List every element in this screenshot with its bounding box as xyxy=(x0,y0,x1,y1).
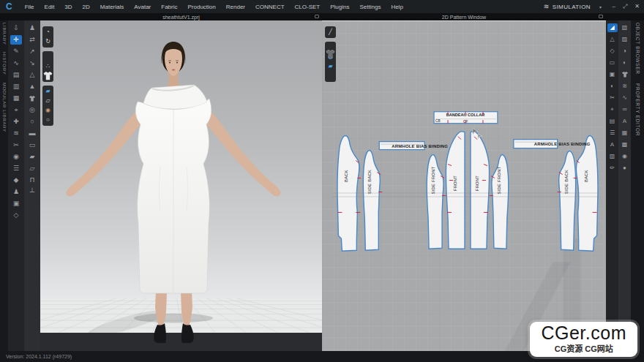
render-icon[interactable]: ● xyxy=(620,164,630,173)
stack-icon[interactable]: ▬ xyxy=(26,129,38,138)
garment-display-icon[interactable] xyxy=(43,53,53,61)
close-button[interactable]: ✕ xyxy=(634,3,640,10)
avatar-tool-icon[interactable]: ♟ xyxy=(10,187,22,197)
menu-render[interactable]: Render xyxy=(221,2,250,12)
menu-production[interactable]: Production xyxy=(183,2,221,12)
viewport3d-titlebar[interactable]: sheathtutV1.zprj xyxy=(0,13,322,20)
menu-materials[interactable]: Materials xyxy=(95,2,129,12)
pattern-piece-side-front[interactable]: SIDE FRONT xyxy=(427,154,443,249)
tab-library[interactable]: LIBRARY xyxy=(2,23,7,45)
menu-fabric[interactable]: Fabric xyxy=(156,2,182,12)
shirring-icon[interactable]: ≋ xyxy=(620,82,630,91)
text-tool-icon[interactable]: A xyxy=(607,140,618,149)
print-layout-icon[interactable]: ▦ xyxy=(620,129,630,137)
transform-pattern-icon[interactable]: ◢ xyxy=(607,23,618,32)
pose-walk-icon[interactable]: ⇄ xyxy=(26,35,38,45)
menu-file[interactable]: File xyxy=(20,2,40,12)
tab-modular-library[interactable]: MODULAR LIBRARY xyxy=(2,83,7,132)
pose-sit-icon[interactable]: ↘ xyxy=(26,59,38,68)
circle-tool-icon[interactable]: ◐ xyxy=(607,82,618,91)
pattern-piece-side-front[interactable]: SIDE FRONT xyxy=(492,154,509,249)
seam-tool-icon[interactable]: ▥ xyxy=(10,82,22,91)
menu-clo-set[interactable]: CLO-SET xyxy=(290,2,326,12)
texture-edit-icon[interactable]: ▩ xyxy=(620,140,630,149)
load-project-icon[interactable]: ⇩ xyxy=(10,23,22,33)
mirror-paste-icon[interactable]: ◐ xyxy=(620,59,630,67)
fabric-bolt-icon[interactable]: ▱ xyxy=(26,164,38,173)
pattern-piece-armhole-bias-binding[interactable]: ARMHOLE BIAS BINDING xyxy=(379,142,448,150)
tshirt-icon[interactable] xyxy=(26,94,38,103)
ring-tool-icon[interactable]: ○ xyxy=(26,117,38,127)
edit-pattern-icon[interactable]: △ xyxy=(607,35,618,44)
trace-icon[interactable]: ▧ xyxy=(620,23,630,32)
pattern-window-2d[interactable]: BACKSIDE BACKSIDE FRONTFRONTFRONTSIDE FR… xyxy=(322,20,606,351)
pleat-tool-icon[interactable]: ▦ xyxy=(10,94,22,103)
steam-tool-icon[interactable]: ≋ xyxy=(10,129,22,138)
layer-icon[interactable]: ▭ xyxy=(26,140,38,150)
flatten-tool-icon[interactable]: ◇ xyxy=(10,211,22,220)
fold-arrange-icon[interactable]: ▣ xyxy=(10,199,22,208)
chevron-down-icon[interactable]: ▾ xyxy=(599,4,602,10)
pattern-piece-bandeau-collar[interactable]: BANDEAU COLLARCBCF xyxy=(434,112,498,124)
pattern2d-titlebar[interactable]: 2D Pattern Window xyxy=(322,13,606,20)
colorway-icon[interactable]: ◉ xyxy=(620,152,630,161)
trim-tool-icon[interactable]: ◆ xyxy=(10,176,22,185)
garment-fit-icon[interactable]: ▲ xyxy=(26,82,38,91)
pattern-piece-front[interactable]: FRONT xyxy=(471,132,490,249)
add-point-icon[interactable]: ▭ xyxy=(607,59,618,67)
pattern-piece-front[interactable]: FRONT xyxy=(446,132,465,249)
clone-pattern-icon[interactable]: ▨ xyxy=(620,35,630,44)
grainline-icon[interactable]: ✏ xyxy=(607,164,618,173)
edit-curvature-icon[interactable]: ◇ xyxy=(607,47,618,56)
sewing-tool-icon[interactable]: ▤ xyxy=(10,70,22,80)
restore-button[interactable]: ⤢ xyxy=(623,3,627,10)
show-base-icon[interactable] xyxy=(326,72,335,80)
tab-property-editor[interactable]: PROPERTY EDITOR xyxy=(635,83,640,136)
zipper-tool-icon[interactable]: ☰ xyxy=(10,164,22,173)
fabric-roll-icon[interactable]: ▰ xyxy=(26,152,38,162)
walk-seam-icon[interactable]: ∿ xyxy=(620,94,630,102)
notch-tool-icon[interactable]: ⌖ xyxy=(607,105,618,114)
menu-settings[interactable]: Settings xyxy=(354,2,386,12)
menu-3d[interactable]: 3D xyxy=(59,2,77,12)
pattern-piece-back[interactable]: BACK xyxy=(576,136,598,252)
tab-object-browser[interactable]: OBJECT BROWSER xyxy=(635,23,640,75)
mannequin-icon[interactable]: ┴ xyxy=(26,187,38,197)
hanger-icon[interactable]: Π xyxy=(26,176,38,185)
pattern-piece-side-back[interactable]: SIDE BACK xyxy=(363,151,380,251)
dart-tool-icon[interactable]: ✂ xyxy=(607,94,618,102)
annotation-icon[interactable]: ▥ xyxy=(607,152,618,161)
pose-run-icon[interactable]: ♟ xyxy=(26,23,38,33)
pattern-piece-back[interactable]: BACK xyxy=(337,136,359,252)
internal-line-icon[interactable]: ☰ xyxy=(607,129,618,137)
pattern-piece-armhole-bias-binding[interactable]: ARMHOLE BIAS BINDING xyxy=(514,140,591,148)
simulation-button[interactable]: ≋ SIMULATION ▾ xyxy=(544,3,602,10)
avatar-size-icon[interactable]: △ xyxy=(26,70,38,80)
gizmo-icon[interactable]: ◎ xyxy=(26,105,38,115)
menu-avatar[interactable]: Avatar xyxy=(129,2,156,12)
pin-tool-icon[interactable]: ✚ xyxy=(10,117,22,127)
minimize-button[interactable]: – xyxy=(612,3,615,10)
viewport-3d[interactable]: ◔↻∴♟▰▱◉○ xyxy=(40,20,322,351)
tab-history[interactable]: HISTORY xyxy=(2,52,7,75)
select-move-icon[interactable]: ✛ xyxy=(10,35,22,45)
edit-curve-icon[interactable]: ∿ xyxy=(10,59,22,68)
menu-connect[interactable]: CONNECT xyxy=(250,2,290,12)
measure-tool-icon[interactable]: ⌖ xyxy=(10,105,22,115)
menu-2d[interactable]: 2D xyxy=(78,2,95,12)
menu-help[interactable]: Help xyxy=(386,2,408,12)
rectangle-tool-icon[interactable]: ▣ xyxy=(607,70,618,79)
detach-window-icon[interactable] xyxy=(315,15,319,18)
pen-tool-icon[interactable]: ✎ xyxy=(10,47,22,56)
grading-icon[interactable]: A xyxy=(620,117,630,126)
scissors-icon[interactable]: ✂ xyxy=(10,140,22,150)
tshirt-flat-icon[interactable] xyxy=(620,70,630,79)
unfold-icon[interactable]: ◑ xyxy=(620,47,630,56)
ruler-icon[interactable]: ═ xyxy=(620,105,630,114)
pose-arms-up-icon[interactable]: ↗ xyxy=(26,47,38,56)
button-tool-icon[interactable]: ◉ xyxy=(10,152,22,162)
pattern-piece-side-back[interactable]: SIDE BACK xyxy=(559,151,576,251)
menu-edit[interactable]: Edit xyxy=(40,2,60,12)
dress-3d[interactable] xyxy=(135,85,211,293)
menu-plugins[interactable]: Plugins xyxy=(325,2,354,12)
